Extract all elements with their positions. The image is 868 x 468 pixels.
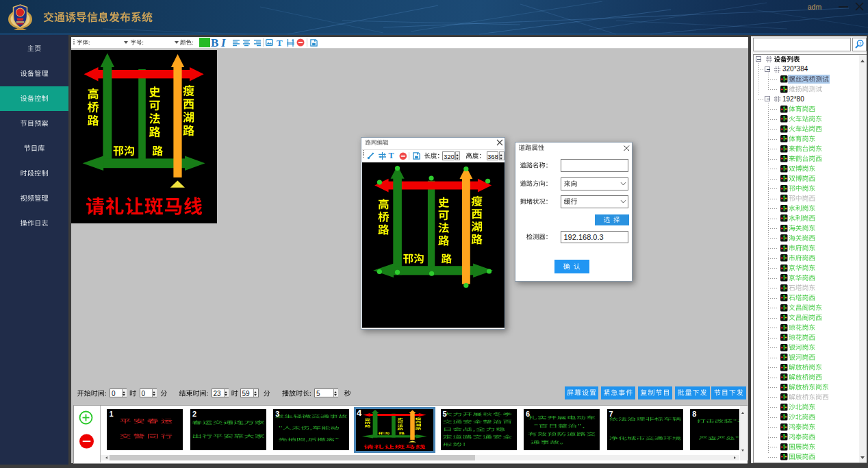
svg-text:3: 3: [858, 41, 861, 45]
